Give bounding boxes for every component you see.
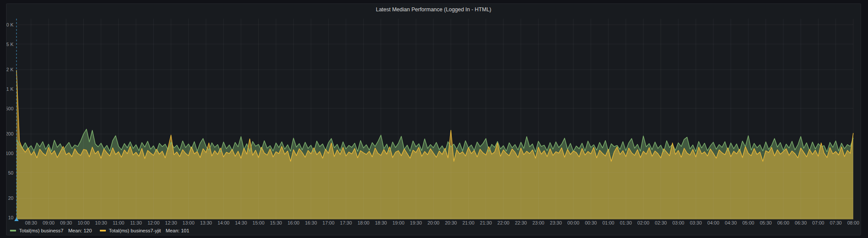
- svg-text:05:00: 05:00: [742, 220, 754, 225]
- svg-text:21:30: 21:30: [480, 220, 492, 225]
- svg-text:100: 100: [7, 151, 13, 156]
- svg-text:18:00: 18:00: [358, 220, 370, 225]
- chart-svg[interactable]: 10 K5 K2 K1 K50020010050201008:3009:0009…: [7, 16, 861, 226]
- svg-text:500: 500: [7, 106, 13, 111]
- svg-text:01:30: 01:30: [620, 220, 632, 225]
- svg-text:03:00: 03:00: [672, 220, 684, 225]
- series-name: Total(ms) business7-yjit: [109, 228, 161, 233]
- svg-text:17:30: 17:30: [340, 220, 352, 225]
- series-mean: Mean: 120: [68, 228, 92, 233]
- svg-text:10:30: 10:30: [95, 220, 107, 225]
- svg-text:22:00: 22:00: [497, 220, 510, 225]
- svg-text:15:00: 15:00: [253, 220, 265, 225]
- svg-text:1 K: 1 K: [7, 86, 14, 92]
- svg-text:50: 50: [8, 170, 13, 175]
- svg-text:14:30: 14:30: [235, 220, 247, 225]
- svg-text:200: 200: [7, 131, 13, 136]
- series-color-swatch-green: [10, 230, 16, 231]
- svg-text:04:00: 04:00: [707, 220, 720, 225]
- svg-text:20:30: 20:30: [445, 220, 457, 225]
- chart-panel: Latest Median Performance (Logged In - H…: [6, 3, 861, 235]
- svg-text:10: 10: [8, 215, 13, 220]
- svg-text:20:00: 20:00: [427, 220, 440, 225]
- svg-text:16:30: 16:30: [305, 220, 317, 225]
- svg-text:13:30: 13:30: [200, 220, 212, 225]
- svg-text:18:30: 18:30: [375, 220, 387, 225]
- svg-text:06:30: 06:30: [795, 220, 807, 225]
- svg-text:21:00: 21:00: [462, 220, 474, 225]
- panel-title[interactable]: Latest Median Performance (Logged In - H…: [7, 4, 861, 16]
- svg-text:02:00: 02:00: [638, 220, 650, 225]
- legend-item-business7-yjit[interactable]: Total(ms) business7-yjit Mean: 101: [100, 228, 190, 233]
- svg-text:12:30: 12:30: [165, 220, 177, 225]
- svg-text:06:00: 06:00: [777, 220, 789, 225]
- svg-text:19:00: 19:00: [392, 220, 404, 225]
- svg-text:11:00: 11:00: [113, 220, 125, 225]
- svg-text:12:00: 12:00: [148, 220, 160, 225]
- svg-text:08:00: 08:00: [847, 220, 859, 225]
- svg-text:14:00: 14:00: [217, 220, 230, 225]
- svg-text:13:00: 13:00: [183, 220, 195, 225]
- svg-text:00:00: 00:00: [567, 220, 579, 225]
- svg-text:5 K: 5 K: [7, 42, 14, 47]
- svg-text:09:30: 09:30: [60, 220, 72, 225]
- svg-text:20: 20: [8, 195, 13, 201]
- svg-text:23:30: 23:30: [550, 220, 562, 225]
- svg-text:10 K: 10 K: [7, 22, 14, 27]
- svg-text:17:00: 17:00: [322, 220, 335, 225]
- svg-text:02:30: 02:30: [655, 220, 667, 225]
- svg-text:08:30: 08:30: [25, 220, 37, 225]
- svg-text:05:30: 05:30: [760, 220, 772, 225]
- svg-text:04:30: 04:30: [725, 220, 737, 225]
- svg-text:15:30: 15:30: [270, 220, 282, 225]
- svg-text:2 K: 2 K: [7, 67, 14, 72]
- legend-item-business7[interactable]: Total(ms) business7 Mean: 120: [10, 228, 92, 233]
- series-color-swatch-yellow: [100, 230, 106, 231]
- svg-text:10:00: 10:00: [78, 220, 90, 225]
- chart-legend: Total(ms) business7 Mean: 120 Total(ms) …: [7, 226, 861, 236]
- svg-text:01:00: 01:00: [602, 220, 615, 225]
- svg-text:22:30: 22:30: [515, 220, 527, 225]
- series-mean: Mean: 101: [166, 228, 189, 233]
- svg-text:11:30: 11:30: [130, 220, 142, 225]
- svg-text:07:30: 07:30: [830, 220, 842, 225]
- svg-text:03:30: 03:30: [690, 220, 702, 225]
- svg-text:07:00: 07:00: [812, 220, 825, 225]
- svg-text:00:30: 00:30: [585, 220, 597, 225]
- svg-text:23:00: 23:00: [533, 220, 545, 225]
- series-name: Total(ms) business7: [19, 228, 63, 233]
- svg-text:16:00: 16:00: [287, 220, 299, 225]
- svg-text:19:30: 19:30: [410, 220, 422, 225]
- svg-text:09:00: 09:00: [43, 220, 55, 225]
- chart-area: 10 K5 K2 K1 K50020010050201008:3009:0009…: [7, 16, 861, 226]
